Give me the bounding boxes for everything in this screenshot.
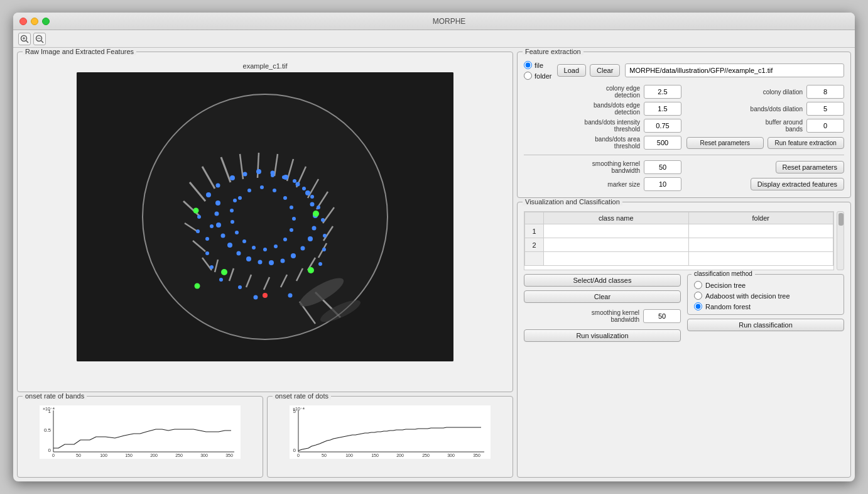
svg-text:300: 300 <box>447 453 455 458</box>
svg-point-81 <box>238 285 242 289</box>
adaboost-text: Adaboost with decision tree <box>705 292 790 300</box>
zoom-in-icon <box>20 35 29 43</box>
svg-point-96 <box>293 179 296 183</box>
file-path-input[interactable] <box>625 63 844 77</box>
dots-chart-panel: onset rate of dots 5 ×10⁻⁴ 0 0 50 100 <box>267 396 513 478</box>
random-forest-label[interactable]: Random forest <box>694 302 837 310</box>
bands-dots-dilation-input[interactable] <box>806 102 844 116</box>
folder-radio-label[interactable]: folder <box>524 72 552 80</box>
scrollbar-thumb[interactable] <box>838 213 844 226</box>
decision-tree-label[interactable]: Decision tree <box>694 281 837 289</box>
dots-chart-svg: 5 ×10⁻⁴ 0 0 50 100 150 200 250 300 <box>271 405 509 459</box>
class-name-2[interactable] <box>544 238 689 252</box>
folder-input-2[interactable] <box>692 241 831 249</box>
file-radio-text: file <box>534 62 543 69</box>
svg-point-69 <box>290 228 293 232</box>
decision-tree-radio[interactable] <box>694 281 702 289</box>
minimize-button[interactable] <box>31 18 38 25</box>
svg-point-71 <box>274 244 278 248</box>
class-name-input-1[interactable] <box>546 228 686 235</box>
svg-text:300: 300 <box>200 453 208 458</box>
image-container <box>77 72 453 361</box>
svg-line-1 <box>26 40 29 43</box>
bands-dots-edge-label: bands/dots edgedetection <box>524 102 640 116</box>
folder-3[interactable] <box>688 252 833 266</box>
folder-input-3[interactable] <box>692 255 831 263</box>
reset-params2-button[interactable]: Reset parameters <box>776 161 844 173</box>
vis-clear-button[interactable]: Clear <box>524 290 681 303</box>
svg-point-74 <box>242 239 246 243</box>
bands-dots-area-row: bands/dots areathreshold <box>524 136 681 150</box>
close-button[interactable] <box>19 18 27 25</box>
display-features-button[interactable]: Display extracted features <box>751 178 844 190</box>
svg-point-52 <box>281 259 285 263</box>
svg-point-50 <box>301 246 305 251</box>
svg-point-56 <box>237 251 241 256</box>
svg-rect-120 <box>290 405 491 459</box>
image-panel: Raw Image and Extracted Features example… <box>17 52 513 392</box>
run-classification-button[interactable]: Run classification <box>687 319 844 331</box>
toolbar <box>13 30 855 48</box>
svg-point-77 <box>230 209 234 212</box>
clear-button[interactable]: Clear <box>590 64 620 77</box>
folder-2[interactable] <box>688 238 833 252</box>
vis-bottom: Select/Add classes Clear smoothing kerne… <box>524 274 844 342</box>
zoom-in-button[interactable] <box>18 33 31 45</box>
file-radio-label[interactable]: file <box>524 61 552 69</box>
marker-size-input[interactable] <box>644 177 681 191</box>
file-radio[interactable] <box>524 61 532 69</box>
colony-edge-label: colony edgedetection <box>524 85 640 99</box>
svg-text:0: 0 <box>293 447 296 453</box>
svg-text:200: 200 <box>396 453 404 458</box>
reset-run-row: Reset parameters Run feature extraction <box>686 136 844 150</box>
reset-params-button[interactable]: Reset parameters <box>686 137 764 149</box>
folder-1[interactable] <box>688 224 833 238</box>
classification-radio-list: Decision tree Adaboost with decision tre… <box>694 281 837 310</box>
table-scrollbar[interactable] <box>837 211 844 270</box>
svg-point-64 <box>260 185 264 189</box>
bands-dots-intensity-input[interactable] <box>644 119 681 133</box>
select-add-button[interactable]: Select/Add classes <box>524 274 681 287</box>
zoom-out-icon <box>35 35 44 43</box>
bands-dots-dilation-label: bands/dots dilation <box>686 106 803 113</box>
feature-extraction-title: Feature extraction <box>523 48 583 55</box>
vis-buttons: Select/Add classes Clear smoothing kerne… <box>524 274 681 342</box>
class-name-1[interactable] <box>544 224 689 238</box>
run-visualization-button[interactable]: Run visualization <box>524 329 681 342</box>
svg-point-45 <box>305 190 310 195</box>
maximize-button[interactable] <box>42 18 50 25</box>
svg-point-39 <box>230 175 235 180</box>
folder-radio[interactable] <box>524 72 532 80</box>
colony-edge-input[interactable] <box>644 85 681 99</box>
class-name-input-2[interactable] <box>546 241 686 249</box>
decision-tree-text: Decision tree <box>705 282 746 289</box>
smoothing-kernel-input[interactable] <box>644 160 681 174</box>
colony-dilation-input[interactable] <box>806 85 844 99</box>
bands-dots-dilation-row: bands/dots dilation <box>686 102 844 116</box>
bands-dots-intensity-row: bands/dots intensitythreshold <box>524 119 681 133</box>
folder-input-1[interactable] <box>692 228 831 235</box>
dots-chart-title: onset rate of dots <box>273 392 331 400</box>
svg-point-65 <box>273 189 276 192</box>
vis-smoothing-label: smoothing kernelbandwidth <box>524 309 639 323</box>
svg-point-62 <box>238 196 242 200</box>
run-extraction-button[interactable]: Run feature extraction <box>768 137 845 149</box>
svg-point-38 <box>216 184 220 188</box>
class-name-3[interactable] <box>544 252 689 266</box>
svg-point-66 <box>283 196 287 200</box>
random-forest-text: Random forest <box>705 303 751 310</box>
bands-dots-area-input[interactable] <box>644 136 681 150</box>
adaboost-radio[interactable] <box>694 292 702 300</box>
class-name-input-3[interactable] <box>546 255 686 263</box>
svg-point-88 <box>196 229 200 233</box>
svg-point-53 <box>269 260 274 265</box>
zoom-out-button[interactable] <box>33 33 46 45</box>
adaboost-label[interactable]: Adaboost with decision tree <box>694 292 837 300</box>
random-forest-radio[interactable] <box>694 302 702 310</box>
load-button[interactable]: Load <box>557 64 586 77</box>
buffer-bands-input[interactable] <box>806 119 844 133</box>
vis-smoothing-input[interactable] <box>643 309 681 323</box>
bands-dots-edge-input[interactable] <box>644 102 681 116</box>
svg-text:0: 0 <box>297 453 300 458</box>
svg-point-84 <box>205 251 209 255</box>
